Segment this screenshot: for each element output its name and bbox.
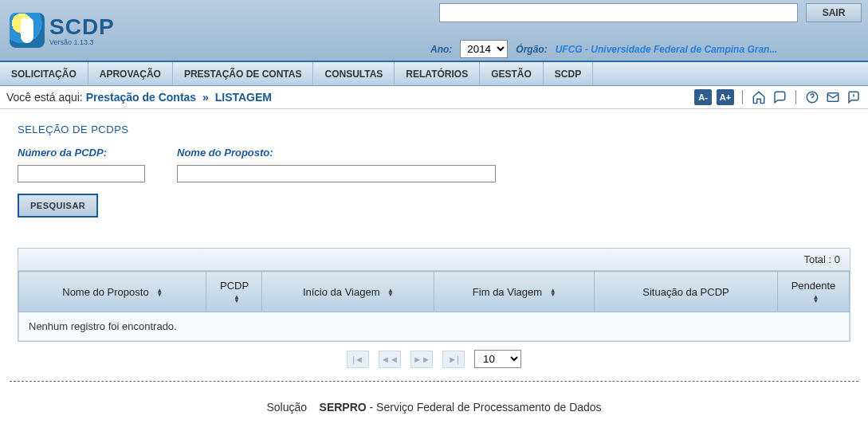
brand-name: SCDP: [49, 14, 115, 40]
accessibility-toolbar: A- A+: [694, 89, 862, 105]
pager-prev-icon[interactable]: ◄◄: [379, 351, 401, 368]
col-fim-label: Fim da Viagem: [473, 286, 542, 298]
pager-next-icon[interactable]: ►►: [410, 351, 433, 368]
menu-gestao[interactable]: GESTÃO: [480, 62, 544, 85]
global-search-input[interactable]: [439, 3, 798, 22]
col-inicio[interactable]: Início da Viagem ▲▼: [262, 272, 434, 312]
breadcrumb: Você está aqui: Prestação de Contas » LI…: [6, 91, 272, 104]
menu-relatorios[interactable]: RELATÓRIOS: [395, 62, 480, 85]
sort-icon: ▲▼: [234, 295, 240, 303]
nome-input[interactable]: [177, 165, 496, 182]
sort-icon: ▲▼: [387, 288, 394, 296]
brand-logo-icon: [10, 13, 45, 48]
help-icon[interactable]: [804, 90, 820, 104]
menu-consultas[interactable]: CONSULTAS: [313, 62, 395, 85]
main-menu: SOLICITAÇÃO APROVAÇÃO PRESTAÇÃO DE CONTA…: [0, 62, 868, 86]
version-label: Versão 1.13.3: [49, 38, 94, 46]
results-table-wrap: Total : 0 Nome do Proposto ▲▼ PCDP ▲▼ In…: [18, 248, 850, 342]
app-header: SCDP Versão 1.13.3 SAIR Ano: 2014 Órgão:…: [0, 0, 868, 62]
toolbar-separator: [795, 90, 796, 104]
pager-first-icon[interactable]: |◄: [347, 351, 369, 368]
footer: Solução SERPRO - Serviço Federal de Proc…: [0, 382, 868, 428]
year-select[interactable]: 2014: [460, 40, 508, 58]
font-increase-button[interactable]: A+: [717, 89, 734, 105]
sort-icon: ▲▼: [156, 288, 163, 296]
col-fim[interactable]: Fim da Viagem ▲▼: [434, 272, 595, 312]
filter-panel: SELEÇÃO DE PCDPS Número da PCDP: Nome do…: [0, 109, 868, 224]
pager-last-icon[interactable]: ►|: [442, 351, 465, 368]
breadcrumb-current: LISTAGEM: [215, 91, 272, 104]
total-row: Total : 0: [18, 249, 850, 271]
header-meta: Ano: 2014 Órgão: UFCG - Universidade Fed…: [430, 40, 862, 58]
table-empty-row: Nenhum registro foi encontrado.: [19, 312, 850, 341]
sort-icon: ▲▼: [550, 288, 556, 296]
orgao-link[interactable]: UFCG - Universidade Federal de Campina G…: [556, 44, 778, 55]
home-icon[interactable]: [751, 90, 767, 104]
mail-icon[interactable]: [825, 90, 841, 104]
menu-solicitacao[interactable]: SOLICITAÇÃO: [0, 62, 88, 85]
results-table: Nome do Proposto ▲▼ PCDP ▲▼ Início da Vi…: [18, 271, 850, 341]
panel-title: SELEÇÃO DE PCDPS: [18, 124, 850, 135]
breadcrumb-prefix: Você está aqui:: [6, 91, 83, 104]
pcdp-label: Número da PCDP:: [18, 147, 145, 159]
menu-aprovacao[interactable]: APROVAÇÃO: [88, 62, 173, 85]
menu-scdp[interactable]: SCDP: [544, 62, 593, 85]
exit-button[interactable]: SAIR: [806, 3, 862, 22]
feedback-icon[interactable]: [846, 90, 862, 104]
col-pendente[interactable]: Pendente ▲▼: [778, 272, 850, 312]
breadcrumb-separator-icon: »: [202, 91, 209, 104]
year-label: Ano:: [430, 44, 452, 55]
footer-brand: SERPRO: [320, 401, 367, 414]
font-decrease-button[interactable]: A-: [694, 89, 712, 105]
breadcrumb-parent[interactable]: Prestação de Contas: [86, 91, 197, 104]
sort-icon: ▲▼: [813, 295, 819, 303]
breadcrumb-row: Você está aqui: Prestação de Contas » LI…: [0, 86, 868, 109]
search-button[interactable]: PESQUISAR: [18, 194, 98, 218]
page-size-select[interactable]: 10: [474, 350, 521, 368]
col-situacao-label: Situação da PCDP: [642, 286, 729, 298]
menu-prestacao[interactable]: PRESTAÇÃO DE CONTAS: [173, 62, 314, 85]
nome-label: Nome do Proposto:: [177, 147, 496, 159]
orgao-label: Órgão:: [516, 44, 547, 55]
nome-field: Nome do Proposto:: [177, 147, 496, 182]
col-inicio-label: Início da Viagem: [303, 286, 380, 298]
chat-icon[interactable]: [772, 90, 787, 104]
col-nome[interactable]: Nome do Proposto ▲▼: [19, 272, 206, 312]
pcdp-input[interactable]: [18, 165, 145, 182]
pager: |◄ ◄◄ ►► ►| 10: [0, 350, 868, 368]
col-nome-label: Nome do Proposto: [62, 286, 148, 298]
col-pcdp[interactable]: PCDP ▲▼: [206, 272, 262, 312]
col-pendente-label: Pendente: [791, 280, 836, 292]
footer-suffix: - Serviço Federal de Processamento de Da…: [370, 401, 602, 414]
col-situacao[interactable]: Situação da PCDP: [595, 272, 778, 312]
col-pcdp-label: PCDP: [220, 280, 249, 292]
toolbar-separator: [742, 90, 743, 104]
pcdp-field: Número da PCDP:: [18, 147, 145, 182]
empty-message: Nenhum registro foi encontrado.: [19, 312, 850, 341]
footer-prefix: Solução: [266, 401, 307, 414]
